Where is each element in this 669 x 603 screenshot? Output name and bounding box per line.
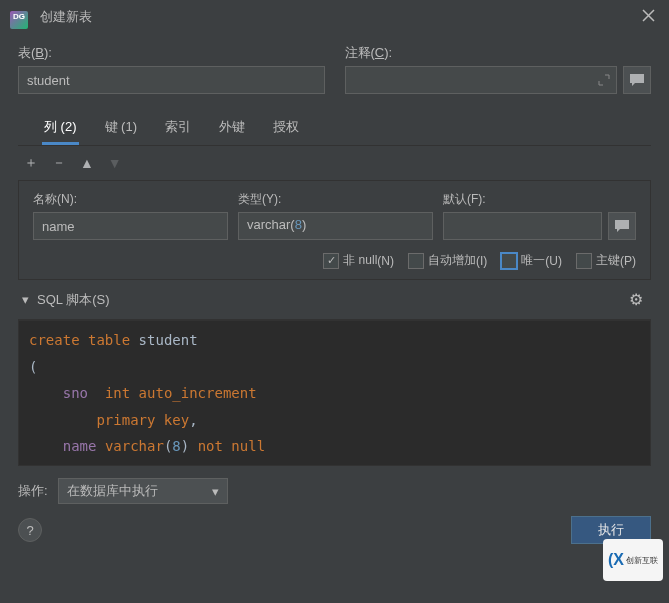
checkbox-not-null[interactable]: 非 null(N): [323, 252, 394, 269]
sql-preview[interactable]: create table student ( sno int auto_incr…: [18, 320, 651, 466]
app-icon: DG: [10, 7, 30, 27]
speech-icon: [614, 219, 630, 233]
action-label: 操作:: [18, 482, 48, 500]
speech-icon: [629, 73, 645, 87]
tab-columns[interactable]: 列 (2): [42, 112, 79, 145]
comment-label: 注释(C):: [345, 44, 652, 62]
gear-icon[interactable]: ⚙: [629, 290, 643, 309]
tab-grants[interactable]: 授权: [271, 112, 301, 145]
default-detail-button[interactable]: [608, 212, 636, 240]
close-icon[interactable]: [638, 5, 659, 29]
move-up-icon[interactable]: ▲: [80, 155, 94, 171]
tab-keys[interactable]: 键 (1): [103, 112, 140, 145]
column-edit-panel: 名称(N): 类型(Y): varchar(8) 默认(F):: [18, 180, 651, 280]
name-label: 名称(N):: [33, 191, 228, 208]
column-toolbar: ＋ － ▲ ▼: [18, 146, 651, 180]
default-label: 默认(F):: [443, 191, 636, 208]
help-button[interactable]: ?: [18, 518, 42, 542]
checkbox-unique[interactable]: 唯一(U): [501, 252, 562, 269]
chevron-down-icon: ▾: [22, 292, 29, 307]
column-default-input[interactable]: [443, 212, 602, 240]
sql-section-label: SQL 脚本(S): [37, 291, 110, 309]
watermark: (X创新互联: [603, 539, 663, 581]
column-name-input[interactable]: [33, 212, 228, 240]
table-name-input[interactable]: [18, 66, 325, 94]
dialog-title: 创建新表: [40, 8, 638, 26]
table-label: 表(B):: [18, 44, 325, 62]
checkbox-primary-key[interactable]: 主键(P): [576, 252, 636, 269]
type-label: 类型(Y):: [238, 191, 433, 208]
tab-foreign-keys[interactable]: 外键: [217, 112, 247, 145]
tabs: 列 (2) 键 (1) 索引 外键 授权: [18, 112, 651, 146]
checkbox-auto-increment[interactable]: 自动增加(I): [408, 252, 487, 269]
remove-icon[interactable]: －: [52, 154, 66, 172]
sql-section-header[interactable]: ▾ SQL 脚本(S) ⚙: [18, 280, 651, 315]
column-type-input[interactable]: [238, 212, 433, 240]
expand-icon: [598, 74, 610, 86]
comment-input[interactable]: [345, 66, 618, 94]
move-down-icon[interactable]: ▼: [108, 155, 122, 171]
chevron-down-icon: ▾: [212, 484, 219, 499]
tab-indexes[interactable]: 索引: [163, 112, 193, 145]
comment-detail-button[interactable]: [623, 66, 651, 94]
add-icon[interactable]: ＋: [24, 154, 38, 172]
action-select[interactable]: 在数据库中执行 ▾: [58, 478, 228, 504]
